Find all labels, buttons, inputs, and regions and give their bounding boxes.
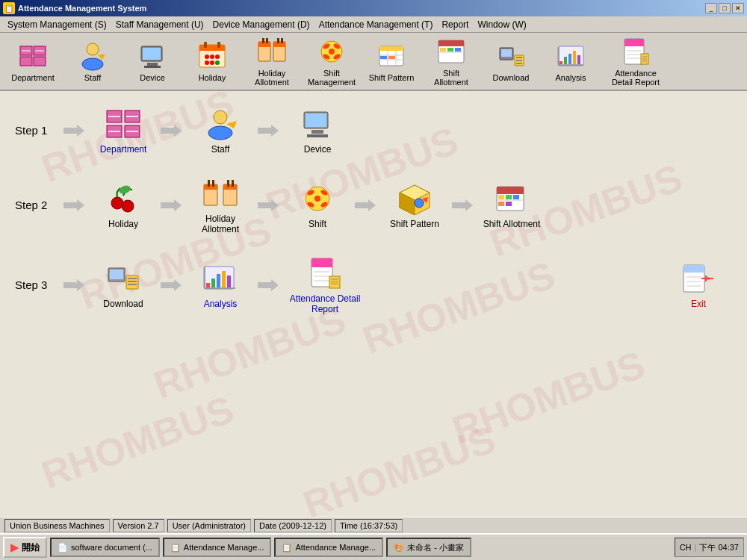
step3-download-icon [104, 261, 143, 296]
svg-rect-2 [20, 57, 32, 66]
minimize-button[interactable]: _ [705, 3, 717, 13]
svg-marker-83 [161, 125, 182, 137]
step2-shift-pattern[interactable]: Shift Pattern [381, 181, 448, 229]
step3-attendance-detail[interactable]: Attendance Detail Report [284, 255, 366, 314]
menu-system[interactable]: System Management (S) [3, 18, 111, 31]
toolbar-download[interactable]: Download [483, 37, 539, 85]
step3-exit[interactable]: Exit [665, 261, 732, 309]
step1-arrow2 [254, 123, 284, 138]
svg-point-22 [215, 60, 220, 65]
toolbar-shift-pattern[interactable]: Shift Pattern [363, 37, 420, 85]
svg-rect-43 [380, 56, 387, 59]
svg-rect-50 [455, 48, 461, 52]
step1-arrow0 [60, 123, 90, 138]
svg-rect-52 [501, 49, 512, 57]
step2-arrow0 [60, 198, 90, 213]
toolbar-attendance-detail[interactable]: Attendance Detail Report [602, 33, 669, 90]
svg-rect-38 [379, 46, 403, 51]
taskbar-item-software[interactable]: 📄 software document (... [50, 538, 160, 557]
status-bar: Union Business Machines Version 2.7 User… [0, 517, 747, 533]
svg-rect-100 [223, 184, 237, 190]
step2-shift-allotment[interactable]: Shift Allotment [478, 181, 545, 229]
svg-rect-138 [217, 274, 220, 287]
step1-device-label: Device [304, 144, 332, 155]
svg-rect-126 [506, 202, 512, 206]
toolbar-holiday-allotment[interactable]: Holiday Allotment [244, 33, 300, 90]
svg-rect-136 [206, 283, 210, 287]
taskbar-right: CH | 下午 04:37 [675, 538, 744, 557]
close-button[interactable]: ✕ [732, 3, 744, 13]
step2-holiday-label: Holiday [108, 219, 138, 229]
title-bar: 📋 Attendance Management System _ □ ✕ [0, 0, 747, 16]
svg-rect-55 [516, 60, 522, 61]
menu-window[interactable]: Window (W) [473, 18, 530, 31]
attendance-detail-icon [620, 36, 651, 67]
step3-arrow2 [254, 278, 284, 293]
svg-point-20 [210, 60, 214, 65]
main-area: RHOMBUS RHOMBUS RHOMBUS RHOMBUS RHOMBUS … [0, 91, 747, 517]
menu-attendance[interactable]: Attendance Management (T) [314, 18, 438, 31]
step1-device[interactable]: Device [284, 106, 351, 155]
toolbar-department[interactable]: Department [4, 37, 61, 85]
taskbar-item-attendance1[interactable]: 📋 Attendance Manage... [163, 538, 272, 557]
taskbar-item-paint[interactable]: 🎨 未命名 - 小畫家 [386, 538, 471, 557]
step2-shift[interactable]: Shift [284, 181, 351, 229]
toolbar-analysis-label: Analysis [556, 73, 586, 82]
step2-arrow1 [157, 198, 187, 213]
svg-point-18 [210, 55, 214, 59]
step1-row: Step 1 [15, 106, 732, 155]
step2-shift-pattern-icon [395, 181, 434, 217]
svg-rect-28 [266, 38, 268, 43]
toolbar-holiday[interactable]: Holiday [184, 37, 241, 85]
step3-arrow0 [60, 278, 90, 293]
svg-rect-145 [311, 258, 332, 267]
step2-arrow3 [351, 198, 381, 213]
step3-row: Step 3 Download [15, 255, 732, 314]
svg-marker-96 [161, 199, 182, 211]
step1-staff-label: Staff [211, 144, 229, 155]
step2-holiday-allotment-icon [201, 175, 240, 211]
svg-rect-98 [204, 184, 217, 190]
toolbar-shift-allotment-label: Shift Allotment [428, 69, 474, 87]
step1-department-icon [104, 106, 143, 142]
svg-rect-59 [564, 57, 567, 64]
step3-analysis[interactable]: Analysis [187, 261, 254, 309]
svg-point-84 [214, 111, 227, 124]
step3-analysis-label: Analysis [204, 299, 238, 309]
menu-report[interactable]: Report [437, 18, 473, 31]
svg-rect-124 [513, 195, 519, 199]
step2-holiday[interactable]: Holiday [90, 181, 157, 229]
menu-staff[interactable]: Staff Management (U) [111, 18, 208, 31]
svg-marker-8 [98, 54, 105, 60]
svg-rect-61 [573, 51, 576, 64]
toolbar-analysis[interactable]: Analysis [542, 37, 599, 85]
toolbar-device[interactable]: Device [124, 37, 181, 85]
svg-rect-44 [388, 56, 395, 59]
step2-holiday-allotment[interactable]: Holiday Allotment [187, 175, 254, 234]
step2-shift-label: Shift [309, 219, 326, 229]
svg-point-21 [215, 55, 220, 59]
step3-exit-label: Exit [691, 299, 706, 309]
step1-department[interactable]: Department [90, 106, 157, 155]
svg-marker-143 [258, 279, 279, 291]
analysis-icon [555, 40, 586, 72]
svg-marker-127 [63, 279, 84, 291]
toolbar-staff[interactable]: Staff [64, 37, 121, 85]
taskbar: ▶ 開始 📄 software document (... 📋 Attendan… [0, 533, 747, 560]
svg-rect-49 [447, 48, 453, 52]
maximize-button[interactable]: □ [719, 3, 731, 13]
start-button[interactable]: ▶ 開始 [3, 537, 47, 558]
step1-staff[interactable]: Staff [187, 106, 254, 155]
toolbar-shift-management[interactable]: Shift Management [303, 33, 360, 90]
step2-label: Step 2 [15, 199, 60, 211]
toolbar-shift-allotment[interactable]: Shift Allotment [423, 33, 480, 90]
menu-device[interactable]: Device Management (D) [208, 18, 314, 31]
svg-rect-56 [516, 63, 522, 64]
step3-download[interactable]: Download [90, 261, 157, 309]
holiday-allotment-icon [256, 36, 288, 67]
download-icon [495, 40, 527, 72]
svg-rect-125 [498, 202, 504, 206]
taskbar-item-attendance2[interactable]: 📋 Attendance Manage... [274, 538, 383, 557]
step1-label: Step 1 [15, 124, 60, 137]
svg-rect-104 [232, 180, 234, 187]
